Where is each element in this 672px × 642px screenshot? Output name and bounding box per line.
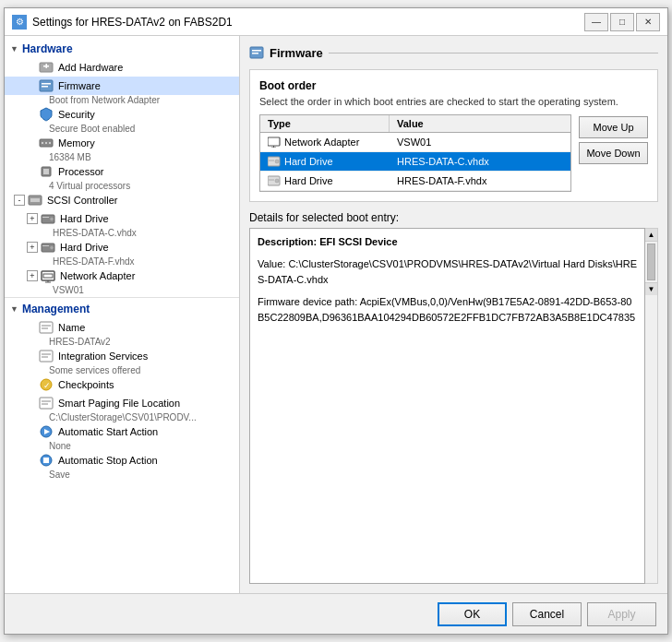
network-label: Network Adapter (60, 270, 135, 281)
boot-table-area: Type Value Network Adapt (259, 114, 648, 192)
sidebar-item-hd2[interactable]: + Hard Drive (5, 238, 239, 256)
security-label: Security (58, 109, 95, 120)
details-firmware-path: Firmware device path: AcpiEx(VMBus,0,0)/… (258, 294, 637, 327)
details-content[interactable]: Description: EFI SCSI Device Value: C:\C… (249, 228, 645, 584)
hd2-sub: HRES-DATA-F.vhdx (5, 256, 239, 267)
smart-paging-label: Smart Paging File Location (58, 398, 180, 409)
hd1-expand[interactable]: + (27, 213, 38, 224)
sidebar-item-smart-paging[interactable]: + Smart Paging File Location (5, 394, 239, 412)
firmware-icon (39, 78, 54, 93)
hd1-icon (41, 211, 55, 226)
svg-rect-2 (46, 64, 48, 68)
move-down-button[interactable]: Move Down (579, 142, 648, 164)
section-divider (329, 53, 658, 54)
sidebar-item-add-hardware[interactable]: + Add Hardware (5, 58, 239, 77)
boot-row-hd1[interactable]: Hard Drive HRES-DATA-C.vhdx (260, 152, 570, 172)
sidebar-item-memory[interactable]: + Memory (5, 134, 239, 152)
hd2-icon (41, 240, 55, 255)
svg-point-49 (275, 179, 279, 183)
auto-start-label: Automatic Start Action (58, 426, 158, 437)
footer: OK Cancel Apply (5, 593, 667, 634)
scroll-up-btn[interactable]: ▲ (645, 229, 657, 242)
integration-icon (39, 349, 54, 363)
sidebar-item-network[interactable]: + Network Adapter (5, 267, 239, 285)
smart-paging-sub: C:\ClusterStorage\CSV01\PRODV... (5, 412, 239, 422)
sidebar-item-name[interactable]: + Name (5, 318, 239, 337)
hardware-chevron-icon: ▼ (10, 44, 18, 54)
svg-text:✓: ✓ (43, 381, 51, 390)
boot-order-box: Boot order Select the order in which boo… (249, 69, 658, 202)
svg-rect-32 (40, 398, 53, 409)
memory-icon (39, 136, 54, 150)
boot-order-desc: Select the order in which boot entries a… (259, 96, 648, 107)
svg-rect-40 (252, 50, 261, 52)
svg-rect-21 (43, 274, 53, 278)
move-up-button[interactable]: Move Up (579, 116, 648, 138)
maximize-button[interactable]: □ (610, 13, 634, 31)
sidebar-item-auto-start[interactable]: + Automatic Start Action (5, 422, 239, 441)
boot-row-hd2-value: HRES-DATA-F.vhdx (390, 172, 570, 190)
details-title: Details for selected boot entry: (249, 211, 658, 224)
boot-row-network-type: Network Adapter (260, 133, 390, 151)
svg-point-15 (50, 218, 54, 221)
boot-row-hd1-value: HRES-DATA-C.vhdx (390, 152, 570, 171)
details-value: Value: C:\ClusterStorage\CSV01\PRODVMS\H… (258, 256, 637, 289)
close-button[interactable]: ✕ (636, 13, 660, 31)
cancel-button[interactable]: Cancel (512, 602, 582, 626)
integration-label: Integration Services (58, 351, 148, 362)
add-hardware-icon (39, 60, 54, 75)
scsi-expand[interactable]: - (14, 195, 25, 206)
auto-start-icon (39, 424, 54, 439)
title-bar: ⚙ Settings for HRES-DATAv2 on FABS2D1 — … (5, 8, 667, 36)
hd1-sub: HRES-DATA-C.vhdx (5, 228, 239, 238)
details-scrollbar[interactable]: ▲ ▼ (645, 228, 658, 584)
auto-stop-label: Automatic Stop Action (58, 455, 158, 466)
title-controls: — □ ✕ (584, 13, 660, 31)
sidebar-item-firmware[interactable]: + Firmware (5, 77, 239, 95)
scsi-label: SCSI Controller (47, 195, 117, 206)
svg-rect-4 (42, 83, 51, 85)
sidebar-item-scsi[interactable]: - SCSI Controller (5, 191, 239, 209)
scroll-down-btn[interactable]: ▼ (645, 282, 657, 295)
sidebar-management-header[interactable]: ▼ Management (5, 300, 239, 318)
details-content-wrapper: Description: EFI SCSI Device Value: C:\C… (249, 228, 658, 584)
svg-rect-42 (268, 137, 280, 146)
sidebar-item-processor[interactable]: + Processor (5, 162, 239, 181)
ok-button[interactable]: OK (438, 602, 507, 626)
sidebar-item-integration[interactable]: + Integration Services (5, 347, 239, 365)
auto-stop-sub: Save (5, 470, 239, 480)
boot-row-network[interactable]: Network Adapter VSW01 (260, 133, 570, 152)
svg-rect-5 (42, 86, 48, 88)
processor-icon (39, 164, 54, 179)
svg-rect-38 (43, 458, 49, 463)
sidebar-item-checkpoints[interactable]: + ✓ Checkpoints (5, 375, 239, 394)
svg-rect-41 (252, 53, 258, 54)
management-chevron-icon: ▼ (10, 304, 18, 314)
boot-table-header: Type Value (260, 115, 570, 133)
minimize-button[interactable]: — (584, 13, 608, 31)
apply-button[interactable]: Apply (587, 602, 656, 626)
net-expand[interactable]: + (27, 270, 38, 281)
scroll-thumb[interactable] (647, 244, 655, 280)
boot-hd1-icon (268, 156, 281, 167)
memory-label: Memory (58, 137, 95, 149)
security-icon (39, 107, 54, 122)
sidebar-item-hd1[interactable]: + Hard Drive (5, 209, 239, 228)
firmware-section-icon (249, 45, 264, 60)
hd2-expand[interactable]: + (27, 242, 38, 253)
boot-row-hd1-type: Hard Drive (260, 152, 390, 171)
svg-rect-13 (30, 198, 40, 202)
integration-sub: Some services offered (5, 365, 239, 375)
boot-row-hd2[interactable]: Hard Drive HRES-DATA-F.vhdx (260, 172, 570, 191)
management-section-label: Management (22, 303, 90, 315)
sidebar-item-auto-stop[interactable]: + Automatic Stop Action (5, 451, 239, 470)
boot-row-hd2-type: Hard Drive (260, 172, 390, 190)
svg-rect-9 (49, 142, 51, 144)
sidebar-hardware-header[interactable]: ▼ Hardware (5, 40, 239, 58)
sidebar-item-security[interactable]: + Security (5, 105, 239, 124)
col-type-header: Type (260, 115, 390, 132)
svg-rect-16 (42, 217, 49, 218)
boot-table: Type Value Network Adapt (259, 114, 571, 192)
checkpoints-label: Checkpoints (58, 379, 114, 390)
processor-label: Processor (58, 166, 104, 177)
